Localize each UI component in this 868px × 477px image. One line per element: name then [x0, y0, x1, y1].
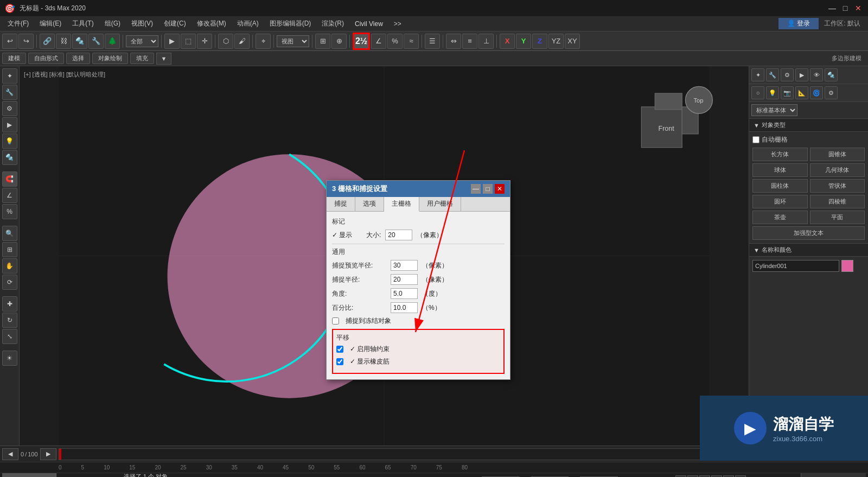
auto-grid-checkbox[interactable]: [752, 136, 760, 143]
tb2-fill[interactable]: 填充: [130, 53, 154, 64]
lt-utilities[interactable]: 🔩: [2, 150, 17, 165]
menu-more[interactable]: >>: [388, 19, 407, 29]
dialog-maximize-btn[interactable]: □: [483, 184, 493, 194]
next-frame-btn[interactable]: ▶: [40, 448, 56, 460]
lt-zoom-all[interactable]: ⊞: [2, 242, 17, 257]
lt-modify[interactable]: 🔧: [2, 85, 17, 100]
angle-snap-button[interactable]: ∠: [371, 34, 386, 49]
lt-object-snap[interactable]: 🧲: [2, 171, 17, 187]
rp-modify[interactable]: 🔧: [766, 68, 779, 81]
dialog-tab-main-grid[interactable]: 主栅格: [384, 197, 419, 212]
menu-render[interactable]: 渲染(R): [316, 18, 349, 29]
unlink-button[interactable]: ⛓: [56, 34, 71, 49]
view-dropdown[interactable]: 视图: [277, 35, 309, 47]
snap-radius-input[interactable]: [391, 274, 418, 285]
obj-btn-box[interactable]: 长方体: [752, 148, 808, 161]
tb2-modeling[interactable]: 建模: [2, 53, 26, 64]
axis-x[interactable]: X: [500, 34, 515, 49]
lt-angle-snap[interactable]: ∠: [2, 188, 17, 203]
move-button[interactable]: ✛: [197, 34, 212, 49]
rp-hierarchy[interactable]: ⚙: [781, 68, 794, 81]
menu-tools[interactable]: 工具(T): [67, 18, 99, 29]
menu-graph-editor[interactable]: 图形编辑器(D): [264, 18, 317, 29]
obj-btn-enhanced-text[interactable]: 加强型文本: [752, 226, 865, 240]
lt-display[interactable]: 💡: [2, 133, 17, 149]
link-button[interactable]: 🔗: [40, 34, 55, 49]
lt-percent-snap[interactable]: %: [2, 204, 17, 219]
lt-motion[interactable]: ▶: [2, 117, 17, 132]
dialog-tab-options[interactable]: 选项: [355, 197, 384, 211]
menu-edit[interactable]: 编辑(E): [34, 18, 67, 29]
pause-btn[interactable]: ⏸: [711, 475, 722, 478]
select-button[interactable]: ▶: [164, 34, 180, 49]
prev-frame-btn[interactable]: ◀: [2, 448, 18, 460]
menu-workspace[interactable]: 工作区: 默认: [819, 18, 866, 29]
tb2-select[interactable]: 选择: [66, 53, 90, 64]
select-filter-dropdown[interactable]: 全部: [126, 35, 158, 47]
reference-button[interactable]: ⊞: [315, 34, 330, 49]
mirror-button[interactable]: ⇔: [446, 34, 461, 49]
rubber-band-checkbox[interactable]: [336, 358, 343, 365]
maxscript-bar[interactable]: MAXScript 迷: [2, 473, 56, 477]
rp-system-btn[interactable]: ⚙: [825, 86, 838, 99]
lt-scale[interactable]: ⤡: [2, 329, 17, 344]
obj-btn-geosphere[interactable]: 几何球体: [810, 163, 865, 177]
rp-motion[interactable]: ▶: [795, 68, 808, 81]
align-button[interactable]: ≡: [462, 34, 477, 49]
menu-login[interactable]: 👤 登录: [778, 18, 819, 29]
play-btn[interactable]: ▶: [699, 475, 710, 478]
spinner-snap-button[interactable]: ≈: [404, 34, 419, 49]
hierarchy-button[interactable]: 🌲: [105, 34, 120, 49]
lt-hierarchy[interactable]: ⚙: [2, 101, 17, 116]
tb2-fill-arrow[interactable]: ▼: [156, 53, 171, 65]
preview-radius-input[interactable]: [391, 260, 418, 271]
go-to-end[interactable]: ▶|: [735, 475, 746, 478]
lasso-button[interactable]: ⬡: [218, 34, 233, 49]
go-to-start[interactable]: |◀: [675, 475, 686, 478]
rp-space-btn[interactable]: 🌀: [810, 86, 823, 99]
viewport[interactable]: [+] [透视] [标准] [默认明暗处理]: [20, 66, 749, 446]
normal-align[interactable]: ⊥: [478, 34, 494, 49]
unbind-button[interactable]: 🔧: [88, 34, 104, 49]
tb2-freeform[interactable]: 自由形式: [28, 53, 64, 64]
obj-btn-cone[interactable]: 圆锥体: [810, 148, 865, 161]
rp-create[interactable]: ✦: [751, 68, 764, 81]
axis-constraint-checkbox[interactable]: [336, 346, 343, 353]
primitive-type-dropdown[interactable]: 标准基本体: [751, 104, 797, 116]
obj-btn-torus[interactable]: 圆环: [752, 195, 808, 208]
angle-input[interactable]: [391, 288, 418, 299]
lt-move[interactable]: ✚: [2, 296, 17, 311]
axis-yz[interactable]: YZ: [548, 34, 564, 49]
lt-zoom[interactable]: 🔍: [2, 226, 17, 241]
obj-btn-tube[interactable]: 管状体: [810, 179, 865, 193]
tb2-object-paint[interactable]: 对象绘制: [92, 53, 128, 64]
select-region-button[interactable]: ⬚: [181, 34, 196, 49]
rp-light-btn[interactable]: 💡: [766, 86, 779, 99]
menu-create[interactable]: 创建(C): [158, 18, 192, 29]
transform-type[interactable]: ⌖: [256, 34, 271, 49]
menu-animation[interactable]: 动画(A): [232, 18, 264, 29]
prev-key[interactable]: ◀◀: [687, 475, 698, 478]
obj-btn-sphere[interactable]: 球体: [752, 163, 808, 177]
lt-rotate[interactable]: ↻: [2, 313, 17, 328]
menu-file[interactable]: 文件(F): [2, 18, 34, 29]
axis-y[interactable]: Y: [516, 34, 531, 49]
maximize-button[interactable]: □: [840, 3, 851, 14]
axis-z[interactable]: Z: [532, 34, 547, 49]
undo-button[interactable]: ↩: [2, 34, 17, 49]
object-name-input[interactable]: [752, 260, 839, 272]
paint-button[interactable]: 🖌: [234, 34, 250, 49]
menu-civil-view[interactable]: Civil View: [349, 19, 388, 29]
lt-pan[interactable]: ✋: [2, 258, 17, 274]
rp-display[interactable]: 👁: [810, 68, 823, 81]
axis-xy[interactable]: XY: [565, 34, 580, 49]
transform-center[interactable]: ⊕: [331, 34, 347, 49]
dialog-tab-user-grid[interactable]: 用户栅格: [419, 197, 461, 211]
size-input[interactable]: [385, 230, 412, 240]
percent-snap-button[interactable]: %: [387, 34, 403, 49]
bind-button[interactable]: 🔩: [72, 34, 87, 49]
percent-input[interactable]: [391, 302, 418, 313]
rp-helper-btn[interactable]: 📐: [795, 86, 808, 99]
snap-toggle-button[interactable]: 2½: [353, 33, 370, 50]
close-button[interactable]: ✕: [853, 3, 864, 14]
